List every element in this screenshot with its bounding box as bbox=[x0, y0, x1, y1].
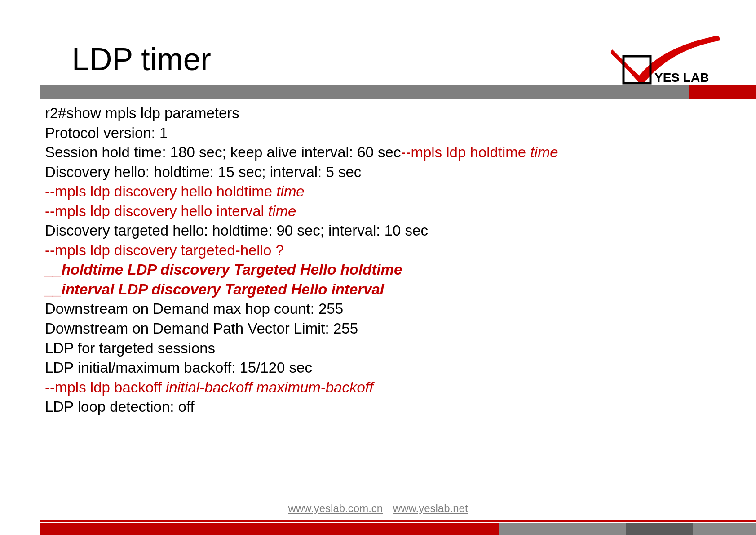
command-span: --mpls ldp backoff bbox=[45, 379, 166, 396]
param-span: time bbox=[276, 183, 304, 200]
footer-bar-thin bbox=[40, 520, 756, 522]
option-span: holdtime LDP discovery Targeted Hello ho… bbox=[62, 261, 402, 278]
slide: LDP timer YES LAB r2#show mpls ldp param… bbox=[0, 0, 756, 535]
command-line: --mpls ldp backoff initial-backoff maxim… bbox=[45, 378, 729, 397]
param-span: time bbox=[530, 144, 558, 160]
option-line: __interval LDP discovery Targeted Hello … bbox=[45, 280, 729, 299]
command-span: --mpls ldp holdtime bbox=[401, 144, 530, 160]
text-span: Session hold time: 180 sec; keep alive i… bbox=[45, 144, 401, 160]
header-accent bbox=[689, 85, 756, 99]
text-line: Discovery hello: holdtime: 15 sec; inter… bbox=[45, 162, 729, 182]
footer-bar-red bbox=[40, 523, 499, 535]
command-span: --mpls ldp discovery hello holdtime bbox=[45, 183, 276, 200]
text-line: LDP initial/maximum backoff: 15/120 sec bbox=[45, 358, 729, 378]
text-line: r2#show mpls ldp parameters bbox=[45, 103, 729, 123]
text-line: LDP loop detection: off bbox=[45, 397, 729, 417]
logo: YES LAB bbox=[608, 31, 725, 90]
command-line: --mpls ldp discovery hello holdtime time bbox=[45, 182, 729, 201]
command-line: --mpls ldp discovery targeted-hello ? bbox=[45, 241, 729, 260]
text-line: Protocol version: 1 bbox=[45, 123, 729, 143]
yeslab-logo-icon: YES LAB bbox=[608, 31, 725, 90]
footer-bar-accent bbox=[626, 523, 693, 535]
param-span: initial-backoff maximum-backoff bbox=[166, 379, 373, 396]
option-line: __holdtime LDP discovery Targeted Hello … bbox=[45, 260, 729, 280]
text-line: LDP for targeted sessions bbox=[45, 339, 729, 358]
option-span: interval LDP discovery Targeted Hello in… bbox=[62, 281, 384, 298]
prefix-span: __ bbox=[45, 261, 62, 278]
footer-link-2[interactable]: www.yeslab.net bbox=[393, 502, 468, 514]
footer-links: www.yeslab.com.cn www.yeslab.net bbox=[0, 502, 756, 515]
prefix-span: __ bbox=[45, 281, 62, 298]
text-line: Downstream on Demand Path Vector Limit: … bbox=[45, 319, 729, 339]
param-span: time bbox=[268, 203, 296, 219]
logo-text: YES LAB bbox=[654, 71, 709, 85]
text-line: Discovery targeted hello: holdtime: 90 s… bbox=[45, 221, 729, 241]
text-line: Session hold time: 180 sec; keep alive i… bbox=[45, 143, 729, 162]
text-line: Downstream on Demand max hop count: 255 bbox=[45, 299, 729, 319]
header-bar bbox=[40, 85, 756, 99]
footer-link-1[interactable]: www.yeslab.com.cn bbox=[288, 502, 383, 514]
command-line: --mpls ldp discovery hello interval time bbox=[45, 201, 729, 221]
command-span: --mpls ldp discovery hello interval bbox=[45, 203, 268, 219]
slide-title: LDP timer bbox=[72, 41, 211, 77]
content-body: r2#show mpls ldp parameters Protocol ver… bbox=[45, 103, 729, 417]
